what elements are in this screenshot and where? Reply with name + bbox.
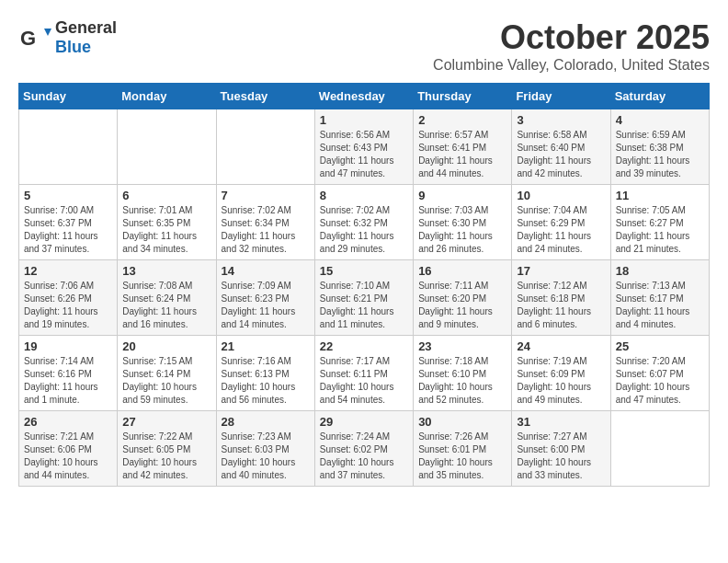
day-info: Sunrise: 6:56 AM Sunset: 6:43 PM Dayligh… <box>320 129 408 180</box>
day-info: Sunrise: 7:23 AM Sunset: 6:03 PM Dayligh… <box>222 431 310 482</box>
day-number: 12 <box>24 264 112 278</box>
day-info: Sunrise: 7:00 AM Sunset: 6:37 PM Dayligh… <box>24 204 112 256</box>
day-number: 4 <box>616 113 704 127</box>
weekday-header: Wednesday <box>314 84 413 109</box>
calendar-week-row: 1Sunrise: 6:56 AM Sunset: 6:43 PM Daylig… <box>19 109 710 185</box>
calendar-week-row: 12Sunrise: 7:06 AM Sunset: 6:26 PM Dayli… <box>19 260 710 336</box>
day-number: 6 <box>122 189 210 202</box>
calendar-week-row: 5Sunrise: 7:00 AM Sunset: 6:37 PM Daylig… <box>19 185 710 260</box>
day-number: 13 <box>122 264 210 278</box>
day-info: Sunrise: 7:19 AM Sunset: 6:09 PM Dayligh… <box>517 355 605 407</box>
day-number: 14 <box>222 264 310 278</box>
day-info: Sunrise: 7:13 AM Sunset: 6:17 PM Dayligh… <box>616 280 704 331</box>
calendar-cell: 4Sunrise: 6:59 AM Sunset: 6:38 PM Daylig… <box>610 109 709 185</box>
calendar-cell: 27Sunrise: 7:22 AM Sunset: 6:05 PM Dayli… <box>118 411 216 487</box>
calendar-cell: 1Sunrise: 6:56 AM Sunset: 6:43 PM Daylig… <box>314 109 413 185</box>
calendar-cell: 12Sunrise: 7:06 AM Sunset: 6:26 PM Dayli… <box>19 260 118 336</box>
day-info: Sunrise: 7:24 AM Sunset: 6:02 PM Dayligh… <box>320 431 408 482</box>
logo-icon: G <box>18 21 51 54</box>
day-number: 21 <box>222 339 310 353</box>
calendar-cell: 22Sunrise: 7:17 AM Sunset: 6:11 PM Dayli… <box>314 336 413 411</box>
day-info: Sunrise: 7:02 AM Sunset: 6:32 PM Dayligh… <box>320 204 408 256</box>
day-info: Sunrise: 7:26 AM Sunset: 6:01 PM Dayligh… <box>418 431 506 482</box>
calendar-cell: 13Sunrise: 7:08 AM Sunset: 6:24 PM Dayli… <box>118 260 216 336</box>
day-info: Sunrise: 7:01 AM Sunset: 6:35 PM Dayligh… <box>122 204 210 256</box>
calendar-week-row: 26Sunrise: 7:21 AM Sunset: 6:06 PM Dayli… <box>19 411 710 487</box>
calendar-cell: 30Sunrise: 7:26 AM Sunset: 6:01 PM Dayli… <box>414 411 512 487</box>
calendar-header-row: SundayMondayTuesdayWednesdayThursdayFrid… <box>19 84 710 109</box>
day-info: Sunrise: 7:18 AM Sunset: 6:10 PM Dayligh… <box>418 355 506 407</box>
day-number: 28 <box>222 415 310 429</box>
calendar-cell: 31Sunrise: 7:27 AM Sunset: 6:00 PM Dayli… <box>512 411 610 487</box>
calendar-cell: 24Sunrise: 7:19 AM Sunset: 6:09 PM Dayli… <box>512 336 610 411</box>
day-number: 20 <box>122 339 210 353</box>
calendar-cell: 6Sunrise: 7:01 AM Sunset: 6:35 PM Daylig… <box>118 185 216 260</box>
calendar-cell: 7Sunrise: 7:02 AM Sunset: 6:34 PM Daylig… <box>216 185 314 260</box>
day-number: 17 <box>517 264 605 278</box>
day-info: Sunrise: 7:21 AM Sunset: 6:06 PM Dayligh… <box>24 431 112 482</box>
header: G General Blue October 2025 Columbine Va… <box>18 18 710 74</box>
day-info: Sunrise: 7:09 AM Sunset: 6:23 PM Dayligh… <box>222 280 310 331</box>
logo-general-text: General <box>55 18 117 38</box>
weekday-header: Thursday <box>414 84 512 109</box>
day-info: Sunrise: 7:11 AM Sunset: 6:20 PM Dayligh… <box>418 280 506 331</box>
day-number: 29 <box>320 415 408 429</box>
logo-blue-text: Blue <box>55 38 117 57</box>
day-number: 1 <box>320 113 408 127</box>
calendar-cell: 11Sunrise: 7:05 AM Sunset: 6:27 PM Dayli… <box>610 185 709 260</box>
day-number: 19 <box>24 339 112 353</box>
day-info: Sunrise: 7:05 AM Sunset: 6:27 PM Dayligh… <box>616 204 704 256</box>
day-number: 8 <box>320 189 408 202</box>
day-number: 7 <box>222 189 310 202</box>
weekday-header: Sunday <box>19 84 118 109</box>
calendar-cell: 14Sunrise: 7:09 AM Sunset: 6:23 PM Dayli… <box>216 260 314 336</box>
day-info: Sunrise: 7:06 AM Sunset: 6:26 PM Dayligh… <box>24 280 112 331</box>
calendar-cell: 5Sunrise: 7:00 AM Sunset: 6:37 PM Daylig… <box>19 185 118 260</box>
day-info: Sunrise: 7:17 AM Sunset: 6:11 PM Dayligh… <box>320 355 408 407</box>
day-number: 25 <box>616 339 704 353</box>
calendar-cell: 20Sunrise: 7:15 AM Sunset: 6:14 PM Dayli… <box>118 336 216 411</box>
day-number: 9 <box>418 189 506 202</box>
day-info: Sunrise: 6:58 AM Sunset: 6:40 PM Dayligh… <box>517 129 605 180</box>
calendar-cell: 3Sunrise: 6:58 AM Sunset: 6:40 PM Daylig… <box>512 109 610 185</box>
calendar-cell: 21Sunrise: 7:16 AM Sunset: 6:13 PM Dayli… <box>216 336 314 411</box>
day-number: 2 <box>418 113 506 127</box>
day-info: Sunrise: 7:15 AM Sunset: 6:14 PM Dayligh… <box>122 355 210 407</box>
calendar-cell <box>610 411 709 487</box>
day-info: Sunrise: 7:02 AM Sunset: 6:34 PM Dayligh… <box>222 204 310 256</box>
title-section: October 2025 Columbine Valley, Colorado,… <box>433 18 710 74</box>
calendar-cell: 26Sunrise: 7:21 AM Sunset: 6:06 PM Dayli… <box>19 411 118 487</box>
calendar-cell: 28Sunrise: 7:23 AM Sunset: 6:03 PM Dayli… <box>216 411 314 487</box>
location-title: Columbine Valley, Colorado, United State… <box>433 57 710 74</box>
day-info: Sunrise: 7:08 AM Sunset: 6:24 PM Dayligh… <box>122 280 210 331</box>
day-number: 11 <box>616 189 704 202</box>
calendar-cell: 9Sunrise: 7:03 AM Sunset: 6:30 PM Daylig… <box>414 185 512 260</box>
day-info: Sunrise: 7:20 AM Sunset: 6:07 PM Dayligh… <box>616 355 704 407</box>
weekday-header: Monday <box>118 84 216 109</box>
calendar-cell: 16Sunrise: 7:11 AM Sunset: 6:20 PM Dayli… <box>414 260 512 336</box>
svg-marker-1 <box>44 29 51 36</box>
day-number: 24 <box>517 339 605 353</box>
day-info: Sunrise: 7:14 AM Sunset: 6:16 PM Dayligh… <box>24 355 112 407</box>
calendar-cell: 15Sunrise: 7:10 AM Sunset: 6:21 PM Dayli… <box>314 260 413 336</box>
day-info: Sunrise: 7:04 AM Sunset: 6:29 PM Dayligh… <box>517 204 605 256</box>
calendar-cell: 23Sunrise: 7:18 AM Sunset: 6:10 PM Dayli… <box>414 336 512 411</box>
calendar-cell: 8Sunrise: 7:02 AM Sunset: 6:32 PM Daylig… <box>314 185 413 260</box>
day-info: Sunrise: 6:57 AM Sunset: 6:41 PM Dayligh… <box>418 129 506 180</box>
day-number: 16 <box>418 264 506 278</box>
calendar-cell: 2Sunrise: 6:57 AM Sunset: 6:41 PM Daylig… <box>414 109 512 185</box>
calendar-cell <box>118 109 216 185</box>
calendar-cell: 19Sunrise: 7:14 AM Sunset: 6:16 PM Dayli… <box>19 336 118 411</box>
day-info: Sunrise: 7:27 AM Sunset: 6:00 PM Dayligh… <box>517 431 605 482</box>
weekday-header: Saturday <box>610 84 709 109</box>
day-info: Sunrise: 7:16 AM Sunset: 6:13 PM Dayligh… <box>222 355 310 407</box>
calendar-cell: 25Sunrise: 7:20 AM Sunset: 6:07 PM Dayli… <box>610 336 709 411</box>
day-number: 3 <box>517 113 605 127</box>
calendar-cell: 18Sunrise: 7:13 AM Sunset: 6:17 PM Dayli… <box>610 260 709 336</box>
calendar-cell: 29Sunrise: 7:24 AM Sunset: 6:02 PM Dayli… <box>314 411 413 487</box>
day-number: 5 <box>24 189 112 202</box>
day-number: 23 <box>418 339 506 353</box>
day-number: 26 <box>24 415 112 429</box>
day-number: 22 <box>320 339 408 353</box>
calendar-cell: 10Sunrise: 7:04 AM Sunset: 6:29 PM Dayli… <box>512 185 610 260</box>
